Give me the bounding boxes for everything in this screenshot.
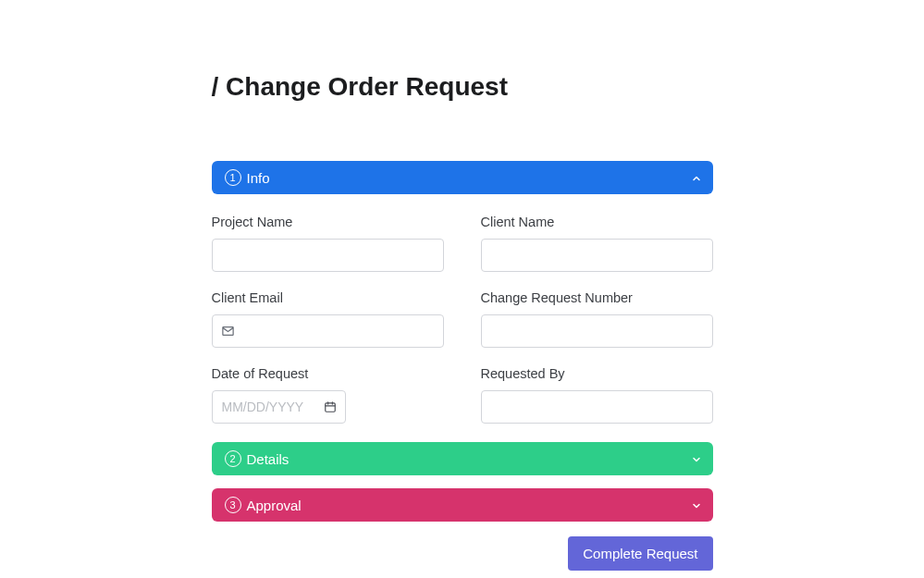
info-form-body: Project Name Client Name Client Email bbox=[212, 194, 713, 427]
step-number-icon: 3 bbox=[225, 497, 241, 513]
requested-by-input[interactable] bbox=[481, 390, 713, 424]
chevron-down-icon bbox=[691, 500, 700, 510]
panel-header-approval[interactable]: 3 Approval bbox=[212, 488, 713, 522]
calendar-icon[interactable] bbox=[324, 400, 337, 413]
step-number-icon: 1 bbox=[225, 169, 241, 186]
page-title: / Change Order Request bbox=[212, 0, 713, 113]
accordion: 1 Info Project Name Client Name Cl bbox=[212, 161, 713, 571]
chevron-down-icon bbox=[691, 454, 700, 463]
panel-label-info: Info bbox=[247, 170, 270, 186]
envelope-icon bbox=[221, 325, 235, 338]
client-name-input[interactable] bbox=[481, 239, 713, 272]
complete-request-button[interactable]: Complete Request bbox=[568, 536, 712, 571]
requested-by-label: Requested By bbox=[481, 366, 713, 381]
client-name-label: Client Name bbox=[481, 215, 713, 229]
project-name-label: Project Name bbox=[212, 215, 444, 229]
client-email-label: Client Email bbox=[212, 290, 444, 305]
project-name-input[interactable] bbox=[212, 239, 444, 272]
panel-header-details[interactable]: 2 Details bbox=[212, 442, 713, 475]
chevron-up-icon bbox=[691, 173, 700, 182]
date-of-request-label: Date of Request bbox=[212, 366, 444, 381]
change-request-number-label: Change Request Number bbox=[481, 290, 713, 305]
panel-label-details: Details bbox=[247, 451, 290, 467]
change-request-number-input[interactable] bbox=[481, 314, 713, 348]
panel-header-info[interactable]: 1 Info bbox=[212, 161, 713, 194]
step-number-icon: 2 bbox=[225, 450, 241, 467]
svg-rect-0 bbox=[325, 403, 335, 412]
client-email-input[interactable] bbox=[212, 314, 444, 348]
panel-label-approval: Approval bbox=[247, 498, 302, 513]
